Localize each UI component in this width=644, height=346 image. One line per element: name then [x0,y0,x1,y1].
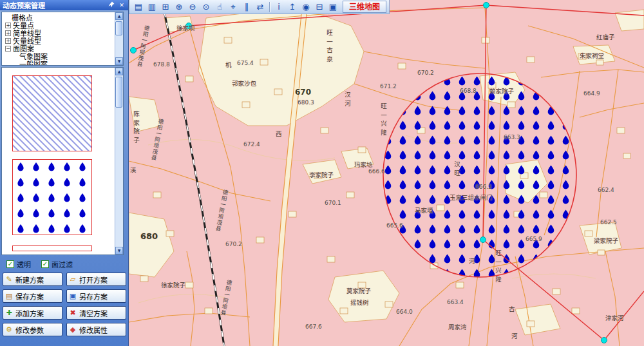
scroll-thumb[interactable] [115,21,122,35]
edit-props-button[interactable]: ◆修改属性 [66,323,126,336]
edit-params-button[interactable]: ⚙修改参数 [3,323,62,336]
sidebar-title: 动态预案管理 [3,0,105,10]
toolbar-separator [269,2,270,12]
save-icon[interactable]: ▣ [327,1,339,13]
expand-icon[interactable]: + [5,38,11,44]
pattern-swatch-partial[interactable] [12,245,92,251]
plan-button-label: 清空方案 [79,308,108,318]
pattern-swatch-list [2,68,115,255]
scroll-thumb[interactable] [115,77,122,108]
scroll-down-icon[interactable]: ▼ [115,247,123,255]
pattern-swatch-hatch[interactable] [12,75,92,151]
plan-type-tree: 栅格点+矢量点+简单线型+矢量线型−面图案气象图案一般图案箭标文本 [2,12,115,65]
pause-icon[interactable]: ‖ [240,1,253,13]
swap-arrows-icon[interactable]: ⇄ [254,1,267,13]
scroll-track[interactable] [115,75,123,247]
export-icon[interactable]: ↥ [286,1,299,13]
snapshot-icon[interactable]: ◉ [299,1,312,13]
checkbox-icon[interactable]: ✓ [41,260,49,268]
tree-scrollbar[interactable]: ▲ ▼ [115,12,123,65]
preview-scrollbar[interactable]: ▲ ▼ [115,68,123,255]
checkbox-icon[interactable]: ✓ [6,260,14,268]
save-plan-icon: ▤ [5,292,14,300]
zoom-window-icon[interactable]: ⊙ [200,1,213,13]
pin-icon[interactable] [108,1,115,9]
plan-button-grid: ✎新建方案▱打开方案▤保存方案▣另存方案✚添加方案✖清空方案⚙修改参数◆修改属性 [3,273,126,336]
sidebar-titlebar: 动态预案管理 ✕ [0,0,128,10]
new-plan-icon: ✎ [5,275,14,284]
filter-label: 面过滤 [52,259,73,269]
application-window: 动态预案管理 ✕ 栅格点+矢量点+简单线型+矢量线型−面图案气象图案一般图案箭标… [0,0,644,346]
print-icon[interactable]: ⊟ [313,1,326,13]
clear-plan-icon: ✖ [68,309,77,317]
vertex-handle[interactable] [601,338,607,343]
map-3d-button[interactable]: 三维地图 [343,1,386,13]
map-canvas[interactable] [129,0,644,346]
plan-button-label: 保存方案 [15,291,44,302]
vertex-handle[interactable] [131,48,137,53]
identify-icon[interactable]: ▥ [146,1,158,13]
close-icon[interactable]: ✕ [118,1,126,9]
expand-icon[interactable]: + [5,30,11,36]
map-toolbar: ▤▥⊞⊕⊖⊙☝⌖‖⇄i↥◉⊟▣ 三维地图 [129,0,390,14]
map-area[interactable]: 徐家坝红庙子朱家祠堂678.8675.4机郭家沙包670680.3671.267… [129,0,644,346]
open-plan-button[interactable]: ▱打开方案 [66,273,126,286]
clear-plan-button[interactable]: ✖清空方案 [66,306,126,320]
save-as-plan-button[interactable]: ▣另存方案 [66,289,126,303]
tree-item-一般图案[interactable]: 一般图案 [3,60,115,65]
plan-button-label: 修改属性 [79,325,108,335]
edit-params-icon: ⚙ [5,325,14,334]
edit-props-icon: ◆ [68,325,77,334]
scroll-track[interactable] [115,20,123,57]
vertex-handle[interactable] [480,237,486,243]
new-plan-button[interactable]: ✎新建方案 [3,273,62,286]
filter-面过滤[interactable]: ✓面过滤 [41,259,73,269]
zoom-in-icon[interactable]: ⊕ [173,1,185,13]
toolbar-icons: ▤▥⊞⊕⊖⊙☝⌖‖⇄i↥◉⊟▣ [132,1,339,13]
drop-pattern-region[interactable] [383,73,576,277]
pattern-preview-panel: ▲ ▼ [1,67,124,255]
full-extent-icon[interactable]: ⌖ [227,1,240,13]
grid-icon[interactable]: ⊞ [159,1,172,13]
expand-icon[interactable]: + [5,23,11,28]
filter-row: ✓透明✓面过滤 [1,257,128,271]
plan-type-panel: 栅格点+矢量点+简单线型+矢量线型−面图案气象图案一般图案箭标文本 ▲ ▼ [1,12,124,66]
scroll-down-icon[interactable]: ▼ [115,57,123,65]
pattern-swatch-drops[interactable] [12,159,92,235]
scroll-up-icon[interactable]: ▲ [115,12,123,20]
info-icon[interactable]: i [272,1,285,13]
sidebar: 动态预案管理 ✕ 栅格点+矢量点+简单线型+矢量线型−面图案气象图案一般图案箭标… [0,0,129,346]
add-plan-button[interactable]: ✚添加方案 [3,306,62,320]
filter-透明[interactable]: ✓透明 [6,259,31,269]
plan-button-label: 新建方案 [15,274,44,285]
vertex-handle[interactable] [484,3,489,8]
plan-button-label: 添加方案 [15,308,44,318]
pan-icon[interactable]: ☝ [213,1,226,13]
scroll-up-icon[interactable]: ▲ [115,68,123,75]
add-plan-icon: ✚ [5,309,14,317]
zoom-out-icon[interactable]: ⊖ [186,1,199,13]
filter-label: 透明 [17,259,31,269]
map-doc-icon[interactable]: ▤ [132,1,145,13]
open-plan-icon: ▱ [68,275,77,284]
plan-button-label: 修改参数 [15,325,44,335]
tree-item-label[interactable]: 一般图案 [19,59,48,65]
save-as-plan-icon: ▣ [68,292,77,300]
plan-button-label: 另存方案 [79,291,108,302]
vertex-handle[interactable] [186,23,192,29]
collapse-icon[interactable]: − [5,46,11,52]
plan-button-label: 打开方案 [79,274,108,285]
save-plan-button[interactable]: ▤保存方案 [3,289,62,303]
